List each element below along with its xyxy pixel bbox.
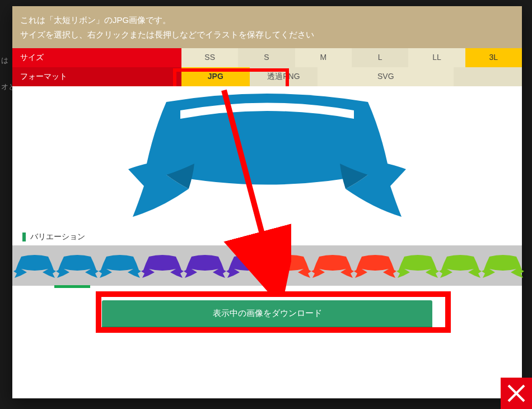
variation-item-9[interactable] [396, 253, 439, 278]
download-button[interactable]: 表示中の画像をダウンロード [102, 300, 432, 330]
format-option-png[interactable]: 透過PNG [250, 67, 318, 86]
variation-item-5[interactable] [226, 253, 269, 278]
format-spacer [454, 67, 522, 86]
variation-item-4[interactable] [184, 253, 226, 278]
variation-item-6[interactable] [269, 253, 311, 278]
size-option-ll[interactable]: LL [408, 48, 465, 67]
size-label: サイズ [12, 48, 181, 67]
variation-item-10[interactable] [439, 253, 482, 278]
bg-text: は [1, 55, 8, 66]
download-modal: これは「太短リボン」のJPG画像です。 サイズを選択し、右クリックまたは長押しな… [12, 6, 522, 398]
format-row: フォーマット JPG 透過PNG SVG [12, 67, 522, 86]
variation-item-0[interactable] [13, 253, 56, 278]
size-option-l[interactable]: L [352, 48, 408, 67]
variation-title: バリエーション [30, 232, 85, 242]
size-row: サイズ SS S M L LL 3L [12, 48, 522, 67]
size-option-m[interactable]: M [295, 48, 352, 67]
variation-item-2[interactable] [99, 253, 141, 278]
variation-item-11[interactable] [482, 253, 524, 278]
variation-item-7[interactable] [311, 253, 354, 278]
ribbon-icon [127, 91, 407, 225]
variation-strip [12, 245, 522, 286]
variation-item-8[interactable] [354, 253, 396, 278]
accent-bar [22, 233, 26, 241]
download-area: 表示中の画像をダウンロード [12, 286, 522, 336]
header-line1: これは「太短リボン」のJPG画像です。 [20, 13, 514, 27]
size-option-ss[interactable]: SS [181, 48, 238, 67]
format-option-jpg[interactable]: JPG [181, 67, 250, 86]
variation-item-3[interactable] [141, 253, 184, 278]
size-option-3l[interactable]: 3L [465, 48, 522, 67]
close-icon [505, 382, 528, 405]
size-option-s[interactable]: S [238, 48, 295, 67]
modal-header: これは「太短リボン」のJPG画像です。 サイズを選択し、右クリックまたは長押しな… [12, 6, 522, 48]
format-option-svg[interactable]: SVG [318, 67, 454, 86]
close-button[interactable] [501, 378, 532, 409]
header-line2: サイズを選択し、右クリックまたは長押しなどでイラストを保存してください [20, 27, 514, 42]
image-preview [12, 86, 522, 231]
variation-title-row: バリエーション [12, 231, 522, 245]
format-label: フォーマット [12, 67, 181, 86]
variation-item-1[interactable] [56, 253, 99, 278]
